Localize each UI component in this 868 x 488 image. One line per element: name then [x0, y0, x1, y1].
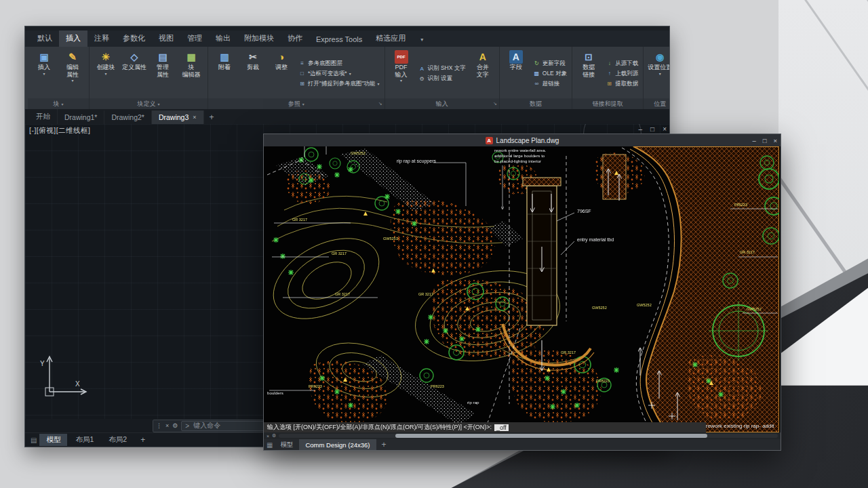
panel-flyout-arrow-icon: ▾	[157, 102, 159, 106]
plant-id-label: GR 3217	[335, 292, 350, 296]
annotation-rework-rip-rap: rework existing rip rap- addit	[706, 423, 774, 429]
close-tab-icon[interactable]: ×	[193, 114, 196, 121]
create-block-button[interactable]: ☀创建块▾	[92, 49, 119, 98]
layout-tab-模型[interactable]: 模型	[39, 434, 67, 446]
ribbon-tab-5[interactable]: 视图	[152, 30, 180, 47]
close-command-icon[interactable]: ×	[165, 422, 169, 429]
ribbon-tab-2[interactable]: 插入	[59, 30, 87, 47]
maximize-icon[interactable]: □	[763, 137, 767, 144]
frame-options-button[interactable]: □*边框可变选项*▾	[298, 70, 380, 78]
manage-attributes-button[interactable]: ▤管理属性	[149, 49, 176, 98]
ole-object-button[interactable]: ▩OLE 对象	[533, 70, 567, 78]
plant-id-label: GR 3217	[740, 250, 755, 254]
edit-attributes-button[interactable]: ✎编辑属性▾	[59, 49, 86, 98]
ribbon-tab-9[interactable]: 协作	[281, 30, 309, 47]
ribbon-tab-7[interactable]: 输出	[209, 30, 237, 47]
file-tab-drawing2[interactable]: Drawing2*	[104, 110, 151, 124]
new-layout-button[interactable]: +	[376, 438, 392, 451]
ribbon-display-toggle[interactable]: ▾	[416, 33, 427, 47]
close-icon[interactable]: ×	[663, 125, 667, 133]
new-drawing-tab-button[interactable]: +	[204, 110, 220, 124]
button-label: 设置位置	[648, 64, 669, 71]
hyperlink-button[interactable]: ∞超链接	[533, 80, 567, 88]
landscape-plan-canvas[interactable]: GW5252GR 3217GR 3217GW5253GR 3217GR 3217…	[264, 146, 781, 432]
minimize-icon[interactable]: –	[752, 137, 755, 144]
button-label: 插入	[38, 64, 50, 71]
set-location-button[interactable]: ◉设置位置▾	[646, 49, 669, 98]
ribbon-tab-8[interactable]: 附加模块	[237, 30, 281, 47]
ucs-y-label: Y	[40, 360, 45, 367]
combine-text-button[interactable]: A合并文字	[469, 49, 496, 98]
close-command-icon[interactable]: ×	[267, 434, 269, 439]
landscape-plan-drawing: GW5252GR 3217GR 3217GW5253GR 3217GR 3217…	[264, 146, 779, 432]
combine-text-icon: A	[476, 50, 490, 64]
insert-block-button[interactable]: ▣插入▾	[31, 49, 58, 98]
field-button[interactable]: A字段	[502, 49, 530, 98]
panel-title[interactable]: 块定义▾	[90, 98, 208, 109]
file-tab-drawing1[interactable]: Drawing1*	[58, 110, 104, 124]
file-tab-[interactable]: 开始	[29, 109, 58, 124]
ribbon-tab-1[interactable]: 默认	[31, 30, 59, 47]
close-icon[interactable]: ×	[773, 137, 777, 144]
recognition-settings-icon: ⚙	[418, 75, 426, 83]
button-label: 调整	[275, 64, 288, 71]
layout-tab-布局2[interactable]: 布局2	[102, 434, 134, 446]
panel-title[interactable]: 位置	[644, 98, 669, 109]
ribbon-tab-3[interactable]: 注释	[87, 30, 116, 47]
viewport-controls-label[interactable]: [-][俯视][二维线框]	[29, 126, 91, 136]
restore-icon[interactable]: □	[650, 125, 654, 133]
grip-icon[interactable]: ⋮	[156, 422, 162, 429]
horizontal-scrollbar[interactable]	[279, 434, 778, 438]
clip-button[interactable]: ✂剪裁	[239, 49, 267, 98]
floating-layout-tab-bar: ▦ 模型Comm Design (24x36)+	[264, 439, 781, 450]
floating-window-controls: – □ ×	[752, 134, 777, 146]
recognition-settings-button[interactable]: ⚙识别 设置	[418, 75, 466, 83]
annotation-796sf: 796SF	[577, 209, 591, 214]
landscape-plan-window: A Landscape Plan.dwg – □ ×	[263, 134, 781, 451]
panel-title[interactable]: 数据	[500, 98, 572, 109]
download-from-source-icon: ↓	[606, 60, 613, 67]
scrollbar-thumb[interactable]	[395, 434, 707, 438]
panel-title[interactable]: 块▾	[28, 98, 89, 109]
plant-id-label: PR6223	[309, 384, 322, 388]
dropdown-arrow-icon: ▾	[71, 79, 73, 83]
new-layout-button[interactable]: +	[135, 433, 151, 447]
block-editor-button[interactable]: ▦块编辑器	[178, 49, 205, 98]
underlay-layers-button[interactable]: ≡参考底图图层	[298, 60, 380, 68]
recognize-shx-text-button[interactable]: A识别 SHX 文字	[418, 64, 466, 73]
panel-title[interactable]: 输入↘	[385, 98, 499, 109]
annotation-waterfall-1: rework entire waterfall area.	[494, 148, 547, 152]
pdf-import-button[interactable]: PDFPDF输入▾	[388, 49, 415, 98]
layout-tab--[interactable]: 模型	[274, 439, 299, 450]
panel-title[interactable]: 链接和提取	[572, 98, 643, 109]
update-fields-button[interactable]: ↻更新字段	[533, 60, 567, 68]
dialog-launcher-icon[interactable]: ↘	[378, 101, 382, 106]
dialog-launcher-icon[interactable]: ↘	[493, 101, 497, 106]
pdf-import-icon: PDF	[395, 50, 408, 64]
customize-icon[interactable]: ⚙	[172, 422, 178, 429]
snap-to-underlay-button[interactable]: ⊞打开"捕捉到参考底图"功能▾	[298, 80, 380, 88]
button-label: 管理	[157, 64, 169, 71]
button-label: 数据	[583, 64, 595, 71]
define-attributes-button[interactable]: ◇定义属性	[121, 49, 148, 98]
ribbon-tab-4[interactable]: 参数化	[116, 30, 152, 47]
ribbon-tab-6[interactable]: 管理	[180, 30, 209, 47]
plant-id-label: P85223	[734, 203, 747, 207]
upload-to-source-button[interactable]: ↑上载到源	[606, 70, 638, 78]
panel-title[interactable]: 参照▾↘	[208, 98, 384, 109]
adjust-button[interactable]: ◑调整	[268, 49, 295, 98]
panel-flyout-arrow-icon: ▾	[61, 102, 63, 106]
ribbon-tab-11[interactable]: 精选应用	[369, 30, 412, 47]
download-from-source-button[interactable]: ↓从源下载	[606, 60, 638, 68]
data-link-button[interactable]: ⊡数据链接	[575, 49, 602, 98]
extract-data-button[interactable]: ⊞提取数据	[606, 80, 638, 88]
plant-id-label: GR 3217	[561, 350, 576, 354]
layout-tab-comm-design-24x36-[interactable]: Comm Design (24x36)	[299, 439, 376, 450]
floating-title-bar[interactable]: A Landscape Plan.dwg – □ ×	[264, 134, 781, 146]
layout-tab-布局1[interactable]: 布局1	[68, 434, 100, 446]
ribbon-tab-10[interactable]: Express Tools	[309, 33, 369, 47]
customize-icon[interactable]: ⚙	[272, 433, 276, 439]
command-prompt-line[interactable]: 输入选项 [开(ON)/关(OFF)/全部(A)/非原点(N)/原点(OR)/可…	[264, 422, 706, 432]
attach-reference-button[interactable]: ▥附着	[211, 49, 238, 98]
file-tab-drawing3[interactable]: Drawing3×	[152, 110, 204, 124]
